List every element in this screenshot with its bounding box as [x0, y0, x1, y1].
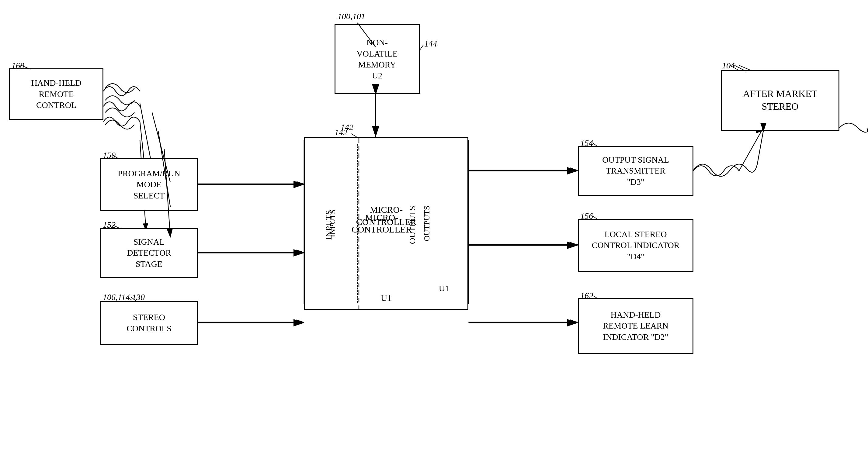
label-106-114-130: 106,114,130: [103, 292, 145, 302]
output-signal-transmitter-label: OUTPUT SIGNALTRANSMITTER"D3": [602, 155, 669, 188]
program-run-mode-label: PROGRAM/RUNMODESELECT: [118, 168, 180, 201]
stereo-controls-label: STEREOCONTROLS: [126, 312, 172, 334]
local-stereo-control-box: LOCAL STEREOCONTROL INDICATOR"D4": [578, 219, 693, 272]
hand-held-remote-learn-label: HAND-HELDREMOTE LEARNINDICATOR "D2": [603, 309, 668, 342]
hand-held-remote-label: HAND-HELDREMOTECONTROL: [31, 77, 82, 111]
local-stereo-control-label: LOCAL STEREOCONTROL INDICATOR"D4": [592, 229, 680, 262]
label-160: 160: [11, 61, 24, 70]
label-162: 162: [580, 291, 593, 301]
svg-line-10: [757, 131, 764, 164]
signal-detector-box: SIGNALDETECTORSTAGE: [100, 228, 198, 278]
signal-detector-label: SIGNALDETECTORSTAGE: [127, 236, 171, 270]
svg-line-24: [420, 45, 423, 50]
program-run-mode-box: PROGRAM/RUNMODESELECT: [100, 158, 198, 211]
non-volatile-memory-box: NON-VOLATILEMEMORYU2: [335, 24, 420, 94]
label-142: 142: [335, 128, 347, 137]
label-154: 154: [580, 138, 593, 148]
label-156: 156: [580, 211, 593, 221]
microcontroller-box: MICRO-CONTROLLER U1 INPUTS OUTPUTS: [304, 137, 468, 310]
non-volatile-memory-label: NON-VOLATILEMEMORYU2: [356, 37, 398, 81]
output-signal-transmitter-box: OUTPUT SIGNALTRANSMITTER"D3": [578, 146, 693, 196]
after-market-stereo-box: AFTER MARKETSTEREO: [721, 70, 839, 131]
diagram-container: HAND-HELDREMOTECONTROL NON-VOLATILEMEMOR…: [0, 0, 868, 472]
label-144: 144: [424, 39, 437, 48]
hand-held-remote-learn-box: HAND-HELDREMOTE LEARNINDICATOR "D2": [578, 298, 693, 354]
svg-line-39: [739, 128, 764, 171]
label-104: 104: [722, 61, 735, 70]
label-150: 150: [103, 150, 116, 160]
hand-held-remote-box: HAND-HELDREMOTECONTROL: [9, 68, 103, 120]
label-152: 152: [103, 220, 116, 230]
label-100-101: 100,101: [338, 11, 365, 21]
stereo-controls-box: STEREOCONTROLS: [100, 301, 198, 345]
after-market-stereo-label: AFTER MARKETSTEREO: [743, 88, 817, 113]
